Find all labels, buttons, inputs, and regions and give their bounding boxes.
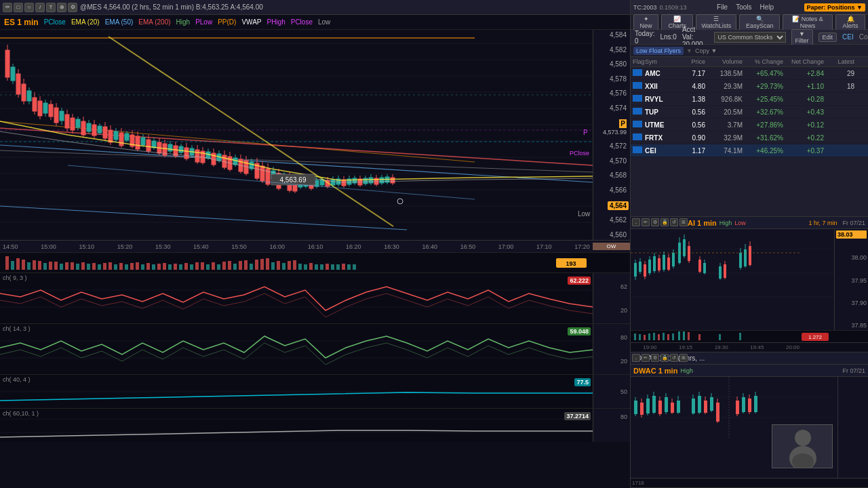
- table-row[interactable]: FRTX 0.90 32.9M +31.62% +0.22: [631, 131, 868, 144]
- flag-utme: [631, 120, 643, 129]
- svg-rect-218: [250, 264, 253, 270]
- menu-tools[interactable]: Tools: [736, 3, 751, 11]
- notes-button[interactable]: 📝 Notes & News: [783, 14, 833, 30]
- indicator-stoch1: ch( 9, 3 ) 62.222 62 20: [0, 272, 630, 323]
- price-4560: 4,560: [595, 231, 629, 239]
- table-row[interactable]: AMC 7.17 138.5M +65.47% +2.84 29: [631, 67, 868, 80]
- latest-cei: [826, 150, 856, 151]
- vol-xxii: 29.3M: [707, 82, 745, 91]
- svg-rect-213: [222, 262, 226, 270]
- line-icon[interactable]: /: [35, 3, 45, 12]
- menu-help[interactable]: Help: [760, 3, 774, 11]
- copy-dropdown[interactable]: Copy ▼: [695, 47, 717, 54]
- table-row[interactable]: UTME 0.56 3.7M +27.86% +0.12: [631, 119, 868, 131]
- copy-label: Copy: [859, 33, 868, 41]
- paper-positions-badge: Paper: Positions ▼: [804, 3, 865, 12]
- pct-cei: +46.25%: [745, 146, 785, 155]
- ai-timeframe: 1 hr, 7 min: [808, 220, 837, 226]
- ai-ctrl-refresh[interactable]: ↺: [670, 218, 678, 226]
- time-axis: 14:50 15:00 15:10 15:20 15:30 15:40 15:5…: [0, 240, 630, 252]
- svg-rect-173: [5, 256, 9, 270]
- svg-rect-296: [667, 334, 669, 340]
- ai-time-2000: 20:00: [786, 344, 800, 350]
- price-highlight-4564: 4,564: [608, 201, 629, 210]
- dwac-ctrl-minus[interactable]: -: [632, 354, 640, 362]
- settings-icon[interactable]: ⚙: [68, 3, 77, 12]
- svg-rect-203: [168, 264, 172, 270]
- net-xxii: +1.10: [785, 82, 826, 91]
- menu-file[interactable]: File: [717, 3, 728, 11]
- us-stocks-dropdown[interactable]: US Common Stocks: [714, 32, 786, 43]
- svg-rect-182: [54, 262, 58, 270]
- edit-button[interactable]: Edit: [818, 33, 837, 42]
- ai-ctrl-lock[interactable]: 🔒: [660, 218, 669, 226]
- alerts-button[interactable]: 🔔 Alerts: [835, 14, 865, 30]
- indicator-stoch3: ch( 40, 4 ) 77.5 50: [0, 374, 630, 408]
- mini-chart-ai: - ✏ ⚙ 🔒 ↺ ⊞ AI 1 min High Low 1 hr, 7 mi…: [631, 217, 868, 352]
- svg-rect-181: [49, 262, 52, 270]
- time-1530: 15:30: [155, 243, 171, 250]
- table-row[interactable]: TUP 0.56 20.5M +32.67% +0.43: [631, 106, 868, 119]
- net-tup: +0.43: [785, 108, 826, 117]
- ai-ctrl-settings[interactable]: ⚙: [651, 218, 659, 226]
- sym-utme: UTME: [643, 121, 677, 129]
- watchlist-table-header: Flag Sym Price Volume % Change Net Chang…: [631, 57, 868, 67]
- watchlist-section: TC:2003 0.1509:13 File Tools Help Paper:…: [631, 0, 868, 217]
- pct-utme: +27.86%: [745, 121, 785, 129]
- text-icon[interactable]: T: [46, 3, 56, 12]
- legend-low: Low: [318, 18, 330, 26]
- vol-frtx: 32.9M: [707, 134, 745, 142]
- svg-rect-231: [320, 264, 323, 270]
- svg-rect-237: [353, 264, 356, 270]
- dwac-ctrl-pencil[interactable]: ✏: [642, 354, 650, 362]
- svg-text:4,563.69: 4,563.69: [280, 176, 307, 184]
- ai-low-label: Low: [734, 220, 746, 226]
- dwac-ctrl-lock[interactable]: 🔒: [660, 354, 669, 362]
- svg-rect-293: [653, 333, 655, 340]
- ai-ctrl-pencil[interactable]: ✏: [642, 218, 650, 226]
- svg-rect-291: [644, 335, 646, 340]
- dwac-ctrl-settings[interactable]: ⚙: [651, 354, 659, 362]
- svg-line-13: [0, 128, 593, 165]
- ai-ctrl-minus[interactable]: -: [632, 218, 640, 226]
- ai-chart-body[interactable]: 38.03 38.00 37.95 37.90 37.85: [631, 229, 868, 330]
- svg-rect-297: [672, 333, 674, 340]
- pct-xxii: +29.73%: [745, 82, 785, 91]
- filter-button[interactable]: ▼ Filter: [791, 29, 813, 45]
- pencil-icon[interactable]: ✏: [3, 3, 12, 12]
- table-row[interactable]: RVYL 1.38 926.8K +25.45% +0.28: [631, 93, 868, 106]
- ai-symbol: AI 1 min: [688, 219, 717, 227]
- dwac-chart-body[interactable]: [631, 377, 868, 478]
- zoom-icon[interactable]: ⊕: [57, 3, 66, 12]
- ai-ctrl-expand[interactable]: ⊞: [679, 218, 688, 226]
- table-row[interactable]: XXII 4.80 29.3M +29.73% +1.10 18: [631, 80, 868, 93]
- col-price: Price: [677, 58, 707, 66]
- vol-tup: 20.5M: [707, 108, 745, 117]
- watchlist-table-body: AMC 7.17 138.5M +65.47% +2.84 29 XXII 4.…: [631, 67, 868, 216]
- flag-amc: [631, 68, 643, 78]
- svg-rect-228: [304, 264, 307, 270]
- svg-rect-197: [136, 262, 139, 270]
- easyscan-button[interactable]: 🔍 EasyScan: [739, 14, 780, 30]
- svg-rect-195: [125, 264, 128, 270]
- price-4568: 4,568: [595, 171, 629, 179]
- price-chart[interactable]: 4,563.69 P Low PClose 4,584 4,582 4,580 …: [0, 30, 630, 240]
- square-icon[interactable]: □: [14, 3, 23, 12]
- chart-symbol: ES 1 min: [4, 18, 39, 27]
- svg-rect-192: [108, 262, 112, 270]
- price-4574: 4,574: [595, 104, 629, 112]
- vol-utme: 3.7M: [707, 121, 745, 129]
- table-row[interactable]: CEI 1.17 74.1M +46.25% +0.37: [631, 144, 868, 157]
- svg-rect-301: [698, 334, 701, 340]
- ai-high-label: High: [719, 220, 732, 226]
- pct-amc: +65.47%: [745, 69, 785, 78]
- time-1620: 16:20: [346, 243, 361, 250]
- svg-point-172: [397, 199, 403, 204]
- new-button[interactable]: ✦ New: [633, 14, 658, 30]
- dwac-time-17: 17: [632, 480, 638, 486]
- dwac-ctrl-expand[interactable]: ⊞: [679, 354, 688, 362]
- dwac-ctrl-refresh[interactable]: ↺: [670, 354, 678, 362]
- circle-icon[interactable]: ○: [24, 3, 34, 12]
- col-volume: Volume: [707, 58, 745, 66]
- svg-rect-202: [163, 263, 166, 270]
